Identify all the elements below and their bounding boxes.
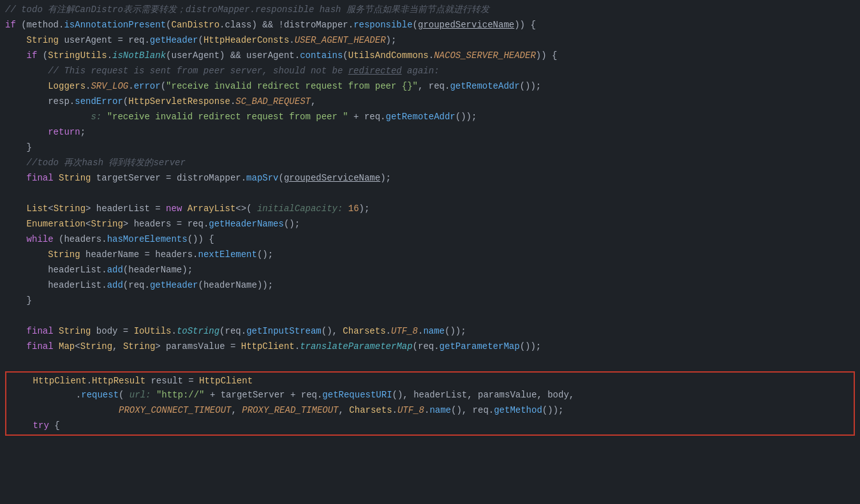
code-line-2: if (method.isAnnotationPresent(CanDistro…: [0, 18, 860, 33]
comment-1: // todo: [5, 3, 48, 17]
code-line-1: // todo 有注解CanDistro表示需要转发；distroMapper.…: [0, 3, 860, 18]
code-line-4: if (StringUtils.isNotBlank(userAgent) &&…: [0, 48, 860, 64]
code-line-27: PROXY_CONNECT_TIMEOUT, PROXY_READ_TIMEOU…: [6, 403, 854, 419]
code-line-28: try {: [6, 419, 854, 434]
code-line-19: headerList.add(req.getHeader(headerName)…: [0, 278, 860, 293]
code-line-8: s: "receive invalid redirect request fro…: [0, 110, 860, 125]
code-line-21: [0, 309, 860, 324]
highlighted-block: HttpClient.HttpResult result = HttpClien…: [5, 371, 855, 436]
code-editor: // todo 有注解CanDistro表示需要转发；distroMapper.…: [0, 0, 860, 504]
code-line-11: //todo 再次hash 得到转发的server: [0, 156, 860, 171]
code-line-24: [0, 355, 860, 370]
code-line-16: while (headers.hasMoreElements()) {: [0, 232, 860, 248]
code-line-20: }: [0, 293, 860, 309]
code-line-18: headerList.add(headerName);: [0, 263, 860, 278]
code-line-23: final Map<String, String> paramsValue = …: [0, 339, 860, 355]
code-line-12: final String targetServer = distroMapper…: [0, 171, 860, 186]
code-line-3: String userAgent = req.getHeader(HttpHea…: [0, 33, 860, 48]
code-line-14: List<String> headerList = new ArrayList<…: [0, 202, 860, 217]
code-line-26: .request( url: "http://" + targetServer …: [6, 388, 854, 403]
code-line-22: final String body = IoUtils.toString(req…: [0, 324, 860, 339]
code-line-5: // This request is sent from peer server…: [0, 64, 860, 79]
code-line-17: String headerName = headers.nextElement(…: [0, 248, 860, 263]
code-line-15: Enumeration<String> headers = req.getHea…: [0, 217, 860, 232]
code-line-7: resp.sendError(HttpServletResponse.SC_BA…: [0, 94, 860, 110]
code-line-13: [0, 186, 860, 202]
code-line-6: Loggers.SRV_LOG.error("receive invalid r…: [0, 79, 860, 94]
code-line-25: HttpClient.HttpResult result = HttpClien…: [6, 373, 854, 388]
code-line-9: return;: [0, 125, 860, 140]
code-line-10: }: [0, 140, 860, 156]
